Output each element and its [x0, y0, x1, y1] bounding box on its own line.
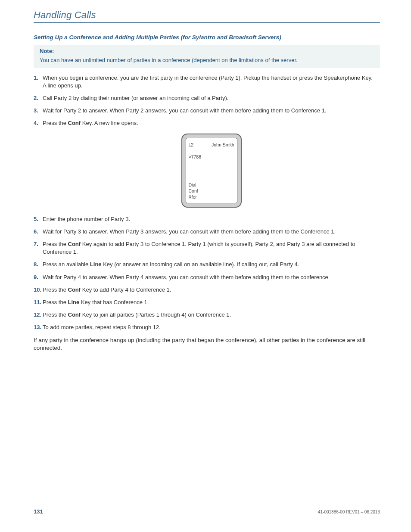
phone-outer-frame: L2 John Smith >7788 Dial Conf Xfer: [181, 134, 242, 208]
section-heading: Setting Up a Conference and Adding Multi…: [34, 34, 380, 40]
step-item: When you begin a conference, you are the…: [34, 74, 380, 90]
steps-list: When you begin a conference, you are the…: [34, 74, 380, 332]
step-text-post: Key. A new line opens.: [81, 120, 138, 126]
step-text-pre: Press the: [43, 311, 68, 318]
phone-softkey-conf: Conf: [189, 188, 234, 194]
phone-softkey-dial: Dial: [189, 182, 234, 188]
page-number: 131: [34, 508, 43, 515]
phone-screen: L2 John Smith >7788 Dial Conf Xfer: [186, 138, 237, 203]
step-item: Wait for Party 3 to answer. When Party 3…: [34, 228, 380, 236]
step-item: Press the Conf Key to add Party 4 to Con…: [34, 286, 380, 294]
step-item: Press the Conf Key. A new line opens. L2…: [34, 119, 380, 207]
step-text-bold: Conf: [68, 120, 81, 126]
step-text-post: Key again to add Party 3 to Conference 1…: [43, 241, 355, 255]
step-text-pre: Press the: [43, 120, 68, 126]
phone-softkey-xfer: Xfer: [189, 194, 234, 200]
note-text: You can have an unlimited number of part…: [40, 56, 374, 65]
page-footer: 131 41-001386-00 REV01 – 06.2013: [34, 508, 380, 515]
step-item: Wait for Party 4 to answer. When Party 4…: [34, 274, 380, 281]
note-box: Note: You can have an unlimited number o…: [34, 45, 380, 68]
step-text: Call Party 2 by dialing their number (or…: [43, 95, 228, 101]
step-item: Press the Conf Key again to add Party 3 …: [34, 240, 380, 256]
step-item: Press the Line Key that has Conference 1…: [34, 299, 380, 306]
step-text-bold: Conf: [68, 241, 81, 247]
step-text-post: Key that has Conference 1.: [79, 299, 149, 305]
step-text-bold: Conf: [68, 286, 81, 293]
step-text-post: Key (or answer an incoming call on an av…: [102, 261, 299, 268]
step-text-pre: Press the: [43, 299, 68, 305]
step-text-bold: Line: [68, 299, 80, 305]
step-text: Wait for Party 4 to answer. When Party 4…: [43, 274, 330, 280]
step-item: Wait for Party 2 to answer. When Party 2…: [34, 107, 380, 115]
step-text-post: Key to add Party 4 to Conference 1.: [81, 286, 171, 293]
step-item: Press the Conf Key to join all parties (…: [34, 311, 380, 319]
phone-caller-name: John Smith: [212, 142, 234, 148]
phone-figure: L2 John Smith >7788 Dial Conf Xfer: [43, 134, 380, 208]
step-text: When you begin a conference, you are the…: [43, 75, 373, 81]
step-text: To add more parties, repeat steps 8 thro…: [43, 324, 161, 330]
header-rule: [34, 22, 380, 23]
page-header-title: Handling Calls: [34, 9, 380, 21]
step-text-post: Key to join all parties (Parties 1 throu…: [81, 311, 231, 318]
closing-paragraph: If any party in the conference hangs up …: [34, 336, 380, 353]
step-item: Press an available Line Key (or answer a…: [34, 261, 380, 268]
note-label: Note:: [40, 47, 374, 56]
step-text-pre: Press the: [43, 241, 68, 247]
document-id: 41-001386-00 REV01 – 06.2013: [318, 510, 380, 514]
step-text-pre: Press the: [43, 286, 68, 293]
step-item: Call Party 2 by dialing their number (or…: [34, 94, 380, 102]
step-text: Wait for Party 2 to answer. When Party 2…: [43, 107, 327, 114]
step-text-line2: A line opens up.: [43, 82, 83, 89]
phone-dialed-number: >7788: [189, 154, 234, 160]
phone-line-indicator: L2: [189, 142, 194, 148]
step-text: Wait for Party 3 to answer. When Party 3…: [43, 228, 336, 235]
step-text: Enter the phone number of Party 3.: [43, 216, 130, 222]
phone-softkeys: Dial Conf Xfer: [189, 182, 234, 200]
step-item: Enter the phone number of Party 3.: [34, 215, 380, 223]
step-text-pre: Press an available: [43, 261, 90, 268]
step-item: To add more parties, repeat steps 8 thro…: [34, 324, 380, 331]
step-text-bold: Line: [90, 261, 102, 268]
step-text-bold: Conf: [68, 311, 81, 318]
